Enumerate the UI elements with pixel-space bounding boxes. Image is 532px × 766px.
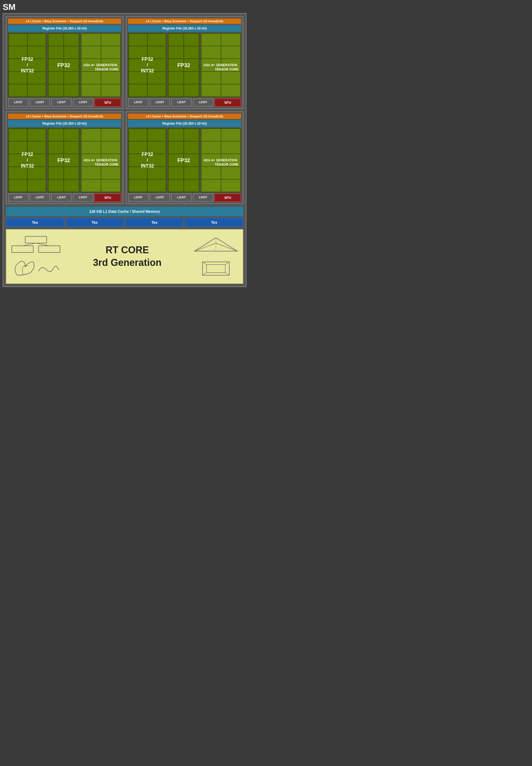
quadrant-2: L0 i-Cache + Warp Scheduler + Dispatch (… [126, 16, 243, 109]
rt-right-top-svg [192, 235, 240, 254]
ldst-4-1: LD/ST [128, 193, 149, 202]
tex-row: Tex Tex Tex Tex [6, 218, 243, 227]
ldst-4-4: LD/ST [193, 193, 213, 202]
tex-2: Tex [66, 218, 124, 227]
tex-4: Tex [185, 218, 243, 227]
ldst-1-2: LD/ST [30, 98, 50, 107]
reg-file-4: Register File (16,384 x 32-bit) [128, 120, 241, 127]
svg-rect-2 [39, 246, 60, 252]
tex-3: Tex [125, 218, 183, 227]
quadrant-grid: L0 i-Cache + Warp Scheduler + Dispatch (… [6, 16, 243, 204]
ldst-2-4: LD/ST [193, 98, 213, 107]
rt-right-bottom-svg [192, 256, 240, 278]
l0-header-1: L0 i-Cache + Warp Scheduler + Dispatch (… [8, 18, 121, 24]
l0-header-2: L0 i-Cache + Warp Scheduler + Dispatch (… [128, 18, 241, 24]
quadrant-3: L0 i-Cache + Warp Scheduler + Dispatch (… [6, 111, 123, 204]
ldst-3-1: LD/ST [8, 193, 29, 202]
rt-diagram-left [9, 235, 63, 278]
rt-core-label: RT CORE3rd Generation [63, 244, 192, 269]
sfu-3: SFU [94, 193, 121, 202]
rt-left-top-svg [9, 235, 63, 254]
l1-cache: 128 KB L1 Data Cache / Shared Memory [6, 207, 243, 216]
rt-core: RT CORE3rd Generation [6, 229, 243, 284]
ldst-3-3: LD/ST [51, 193, 72, 202]
ldst-4-2: LD/ST [150, 193, 170, 202]
svg-line-4 [36, 243, 49, 246]
svg-line-12 [203, 262, 207, 264]
svg-rect-1 [12, 246, 33, 252]
svg-line-3 [23, 243, 36, 246]
quadrant-4: L0 i-Cache + Warp Scheduler + Dispatch (… [126, 111, 243, 204]
svg-line-13 [225, 262, 229, 264]
rt-left-bottom-svg [9, 256, 63, 278]
svg-rect-11 [207, 264, 225, 272]
svg-line-14 [225, 272, 229, 275]
ldst-3-4: LD/ST [73, 193, 93, 202]
ldst-4-3: LD/ST [171, 193, 192, 202]
ldst-1-4: LD/ST [73, 98, 93, 107]
reg-file-1: Register File (16,384 x 32-bit) [8, 25, 121, 32]
sm-outer: L0 i-Cache + Warp Scheduler + Dispatch (… [3, 13, 246, 287]
l0-header-4: L0 i-Cache + Warp Scheduler + Dispatch (… [128, 114, 241, 119]
ldst-3-2: LD/ST [30, 193, 50, 202]
ldst-1-3: LD/ST [51, 98, 72, 107]
rt-diagram-right [192, 235, 240, 278]
ldst-2-2: LD/ST [150, 98, 170, 107]
quadrant-1: L0 i-Cache + Warp Scheduler + Dispatch (… [6, 16, 123, 109]
sfu-2: SFU [214, 98, 241, 107]
tex-1: Tex [6, 218, 64, 227]
reg-file-3: Register File (16,384 x 32-bit) [8, 120, 121, 127]
sfu-4: SFU [214, 193, 241, 202]
sm-title: SM [0, 0, 249, 13]
l0-header-3: L0 i-Cache + Warp Scheduler + Dispatch (… [8, 114, 121, 119]
reg-file-2: Register File (16,384 x 32-bit) [128, 25, 241, 32]
ldst-2-3: LD/ST [171, 98, 192, 107]
sfu-1: SFU [94, 98, 121, 107]
ldst-1-1: LD/ST [8, 98, 29, 107]
svg-rect-0 [25, 236, 47, 243]
ldst-2-1: LD/ST [128, 98, 149, 107]
svg-line-15 [203, 272, 207, 275]
